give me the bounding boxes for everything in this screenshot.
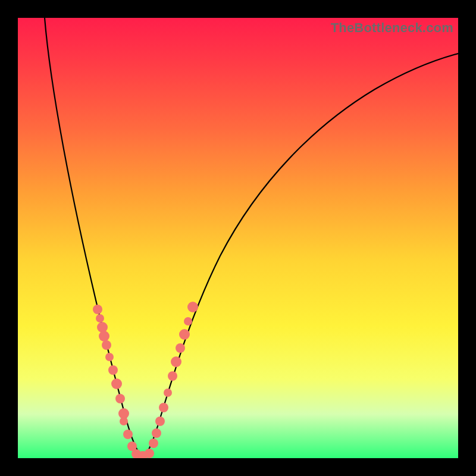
- data-points-group: [93, 302, 198, 458]
- data-point: [187, 302, 198, 312]
- data-point: [176, 343, 185, 353]
- chart-area: TheBottleneck.com: [18, 18, 458, 458]
- curve-right-branch: [143, 54, 458, 458]
- curve-left-branch: [45, 18, 143, 458]
- data-point: [168, 371, 177, 381]
- data-point: [155, 416, 165, 426]
- data-point: [149, 439, 158, 448]
- data-point: [102, 340, 111, 350]
- data-point: [120, 417, 128, 425]
- data-point: [184, 317, 192, 325]
- data-point: [179, 329, 190, 340]
- data-point: [105, 353, 114, 361]
- curve-svg: [18, 18, 458, 458]
- data-point: [97, 322, 108, 333]
- data-point: [108, 365, 118, 375]
- data-point: [96, 314, 104, 322]
- data-point: [99, 331, 109, 342]
- data-point: [171, 356, 181, 367]
- data-point: [145, 449, 154, 458]
- data-point: [93, 305, 102, 314]
- data-point: [164, 389, 172, 397]
- data-point: [115, 394, 125, 403]
- data-point: [159, 403, 168, 412]
- data-point: [123, 430, 133, 439]
- data-point: [152, 428, 161, 438]
- watermark-text: TheBottleneck.com: [331, 20, 453, 36]
- data-point: [111, 378, 122, 389]
